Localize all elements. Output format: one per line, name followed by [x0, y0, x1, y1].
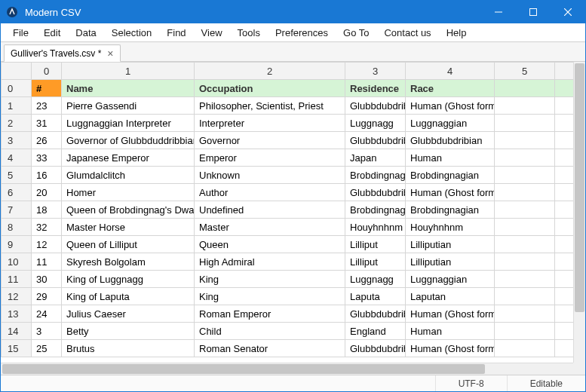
cell[interactable]: Queen of Lilliput: [62, 236, 195, 253]
cell[interactable]: [495, 219, 555, 236]
cell[interactable]: 3: [32, 323, 62, 340]
column-header[interactable]: 3: [345, 63, 406, 80]
cell[interactable]: Author: [195, 184, 345, 201]
cell[interactable]: Skyresh Bolgolam: [62, 253, 195, 271]
cell[interactable]: [555, 271, 574, 288]
cell[interactable]: Glubbdubdrib: [345, 132, 406, 149]
cell[interactable]: [495, 167, 555, 184]
row-header[interactable]: 1: [2, 97, 32, 115]
cell[interactable]: Pierre Gassendi: [62, 97, 195, 115]
cell[interactable]: King: [195, 288, 345, 305]
cell[interactable]: 30: [32, 271, 62, 288]
header-cell[interactable]: Residence: [345, 80, 406, 97]
column-header[interactable]: 5: [495, 63, 555, 80]
cell[interactable]: Lilliput: [345, 253, 406, 271]
column-header[interactable]: 4: [406, 63, 495, 80]
file-tab[interactable]: Gulliver's Travels.csv * ×: [4, 44, 121, 62]
cell[interactable]: Luggnagg: [345, 271, 406, 288]
cell[interactable]: 18: [32, 201, 62, 219]
cell[interactable]: England: [345, 323, 406, 340]
cell[interactable]: King: [195, 271, 345, 288]
cell[interactable]: High Admiral: [195, 253, 345, 271]
row-header[interactable]: 11: [2, 271, 32, 288]
cell[interactable]: Laputa: [345, 288, 406, 305]
cell[interactable]: 11: [32, 253, 62, 271]
cell[interactable]: [495, 305, 555, 323]
cell[interactable]: Human (Ghost form): [406, 340, 495, 357]
row-header[interactable]: 15: [2, 340, 32, 357]
vertical-scrollbar[interactable]: [573, 62, 585, 363]
cell[interactable]: Queen: [195, 236, 345, 253]
cell[interactable]: [495, 340, 555, 357]
cell[interactable]: [555, 219, 574, 236]
row-header[interactable]: 5: [2, 167, 32, 184]
cell[interactable]: Glubbdubdribian: [406, 132, 495, 149]
cell[interactable]: [555, 97, 574, 115]
cell[interactable]: Lilliput: [345, 236, 406, 253]
cell[interactable]: Emperor: [195, 149, 345, 167]
menu-view[interactable]: View: [194, 25, 230, 41]
cell[interactable]: [555, 115, 574, 132]
cell[interactable]: Glubbdubdrib: [345, 305, 406, 323]
close-button[interactable]: [551, 1, 585, 23]
cell[interactable]: King of Laputa: [62, 288, 195, 305]
column-header[interactable]: 0: [32, 63, 62, 80]
cell[interactable]: [555, 201, 574, 219]
cell[interactable]: Master: [195, 219, 345, 236]
cell[interactable]: [495, 184, 555, 201]
header-cell[interactable]: Occupation: [195, 80, 345, 97]
cell[interactable]: [495, 236, 555, 253]
cell[interactable]: [555, 184, 574, 201]
cell[interactable]: Philosopher, Scientist, Priest: [195, 97, 345, 115]
row-header[interactable]: 13: [2, 305, 32, 323]
menu-tools[interactable]: Tools: [230, 25, 268, 41]
cell[interactable]: 23: [32, 97, 62, 115]
row-header[interactable]: 14: [2, 323, 32, 340]
cell[interactable]: Japan: [345, 149, 406, 167]
cell[interactable]: Human (Ghost form): [406, 305, 495, 323]
menu-help[interactable]: Help: [439, 25, 474, 41]
cell[interactable]: [555, 167, 574, 184]
cell[interactable]: [495, 201, 555, 219]
cell[interactable]: Japanese Emperor: [62, 149, 195, 167]
menu-selection[interactable]: Selection: [104, 25, 159, 41]
spreadsheet[interactable]: 012345 0#NameOccupationResidenceRace123P…: [1, 62, 573, 363]
cell[interactable]: Glubbdubdrib: [345, 340, 406, 357]
cell[interactable]: Brutus: [62, 340, 195, 357]
cell[interactable]: Human (Ghost form): [406, 97, 495, 115]
cell[interactable]: 24: [32, 305, 62, 323]
corner-cell[interactable]: [2, 63, 32, 80]
cell[interactable]: Roman Senator: [195, 340, 345, 357]
cell[interactable]: Human (Ghost form): [406, 184, 495, 201]
cell[interactable]: 20: [32, 184, 62, 201]
cell[interactable]: Governor of Glubbduddribbian: [62, 132, 195, 149]
cell[interactable]: [495, 149, 555, 167]
cell[interactable]: Glubbdubdrib: [345, 97, 406, 115]
cell[interactable]: [495, 271, 555, 288]
cell[interactable]: Luggnagg: [345, 115, 406, 132]
cell[interactable]: Brobdingnagian: [406, 201, 495, 219]
cell[interactable]: Lilliputian: [406, 253, 495, 271]
header-cell[interactable]: [495, 80, 555, 97]
cell[interactable]: Unknown: [195, 167, 345, 184]
row-header[interactable]: 7: [2, 201, 32, 219]
cell[interactable]: Child: [195, 323, 345, 340]
cell[interactable]: Laputan: [406, 288, 495, 305]
cell[interactable]: [495, 323, 555, 340]
row-header[interactable]: 4: [2, 149, 32, 167]
menu-go-to[interactable]: Go To: [336, 25, 376, 41]
cell[interactable]: Human: [406, 149, 495, 167]
header-cell[interactable]: #: [32, 80, 62, 97]
cell[interactable]: [555, 288, 574, 305]
cell[interactable]: Luggnaggian: [406, 115, 495, 132]
maximize-button[interactable]: [516, 1, 551, 23]
header-cell[interactable]: [555, 80, 574, 97]
menu-contact-us[interactable]: Contact us: [376, 25, 438, 41]
cell[interactable]: [555, 132, 574, 149]
cell[interactable]: Master Horse: [62, 219, 195, 236]
horizontal-scrollbar[interactable]: [1, 363, 573, 375]
status-encoding[interactable]: UTF-8: [435, 375, 507, 391]
cell[interactable]: Homer: [62, 184, 195, 201]
row-header[interactable]: 12: [2, 288, 32, 305]
cell[interactable]: King of Luggnagg: [62, 271, 195, 288]
